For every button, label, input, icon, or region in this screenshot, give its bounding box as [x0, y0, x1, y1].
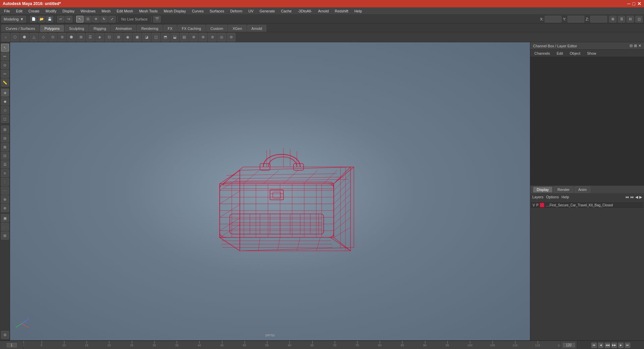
snap-btn-1[interactable]: ⊞ — [1, 126, 9, 134]
icon-btn-3[interactable]: ⊟ — [627, 16, 634, 22]
play-fwd-btn[interactable]: ▶▶ — [611, 343, 617, 348]
workspace-dropdown[interactable]: Modeling ▼ — [1, 16, 26, 22]
shelf-btn-20[interactable]: ⊗ — [189, 33, 198, 42]
shelf-btn-5[interactable]: ⊙ — [48, 33, 57, 42]
mode-btn-1[interactable]: ◈ — [1, 89, 9, 97]
anim-tab[interactable]: Anim — [575, 187, 590, 193]
channel-tab-object[interactable]: Object — [568, 51, 582, 56]
tab-curves---surfaces[interactable]: Curves / Surfaces — [1, 25, 39, 32]
go-end-btn[interactable]: ⏭ — [625, 343, 630, 348]
menu-item-help[interactable]: Help — [352, 8, 365, 14]
menu-item-mesh-tools[interactable]: Mesh Tools — [137, 8, 160, 14]
help-label[interactable]: Help — [561, 195, 569, 199]
tab-xgen[interactable]: XGen — [228, 25, 246, 32]
menu-item-edit[interactable]: Edit — [13, 8, 25, 14]
shelf-btn-3[interactable]: △ — [30, 33, 38, 42]
shelf-btn-7[interactable]: ⬟ — [67, 33, 76, 42]
shelf-btn-21[interactable]: ⊕ — [199, 33, 207, 42]
layer-icon-1[interactable]: ⏮ — [625, 195, 629, 199]
channel-tab-channels[interactable]: Channels — [533, 51, 551, 56]
snap-btn-10[interactable]: ⊗ — [1, 204, 9, 212]
measure-tool[interactable]: 📏 — [1, 79, 9, 87]
close-button[interactable]: ✕ — [637, 1, 641, 6]
shelf-btn-13[interactable]: ◉ — [123, 33, 132, 42]
menu-item-surfaces[interactable]: Surfaces — [207, 8, 227, 14]
select-tool-btn[interactable]: ↖ — [76, 16, 84, 22]
save-file-btn[interactable]: 💾 — [46, 16, 53, 22]
maximize-button[interactable]: □ — [633, 1, 635, 6]
menu-item-display[interactable]: Display — [60, 8, 77, 14]
layer-icon-4[interactable]: ▶ — [639, 195, 642, 199]
channel-tab-edit[interactable]: Edit — [555, 51, 564, 56]
tab-sculpting[interactable]: Sculpting — [65, 25, 89, 32]
menu-item-mesh[interactable]: Mesh — [99, 8, 113, 14]
open-file-btn[interactable]: 📂 — [38, 16, 45, 22]
tab-animation[interactable]: Animation — [111, 25, 136, 32]
shelf-btn-12[interactable]: ⊠ — [114, 33, 123, 42]
icon-btn-4[interactable]: ◫ — [635, 16, 643, 22]
options-label[interactable]: Options — [546, 195, 559, 199]
display-tab[interactable]: Display — [533, 187, 552, 193]
z-coord[interactable] — [590, 16, 607, 22]
menu-item-windows[interactable]: Windows — [78, 8, 98, 14]
timeline-end-input[interactable] — [563, 343, 575, 347]
settings-btn[interactable]: ⚙ — [1, 331, 9, 339]
lasso-select-btn[interactable]: ⊡ — [84, 16, 92, 22]
snap-btn-9[interactable]: ⊕ — [1, 195, 9, 203]
snap-btn-3[interactable]: ⊠ — [1, 143, 9, 151]
rotate-tool-btn[interactable]: ↻ — [100, 16, 108, 22]
snap-btn-7[interactable]: ⋮ — [1, 178, 9, 186]
shelf-btn-9[interactable]: ☰ — [86, 33, 95, 42]
shelf-btn-24[interactable]: ⊜ — [227, 33, 235, 42]
timeline-ruler[interactable]: 1510152025303540455055606570758085909510… — [23, 341, 560, 349]
menu-item-mesh-display[interactable]: Mesh Display — [161, 8, 189, 14]
shelf-btn-16[interactable]: ◫ — [152, 33, 160, 42]
scale-tool-btn[interactable]: ⤢ — [108, 16, 116, 22]
timeline[interactable]: 1510152025303540455055606570758085909510… — [0, 341, 644, 349]
channel-tab-show[interactable]: Show — [586, 51, 598, 56]
render-tab[interactable]: Render — [554, 187, 573, 193]
panel-btn-2[interactable]: ⊞ — [634, 44, 637, 48]
layout-btn[interactable]: ⊞ — [1, 232, 9, 240]
menu-item-uv[interactable]: UV — [246, 8, 256, 14]
mode-btn-2[interactable]: ◆ — [1, 97, 9, 105]
shelf-btn-14[interactable]: ▣ — [133, 33, 142, 42]
menu-item-edit-mesh[interactable]: Edit Mesh — [114, 8, 136, 14]
menu-item-create[interactable]: Create — [26, 8, 42, 14]
shelf-btn-0[interactable]: ○ — [1, 33, 10, 42]
menu-item-generate[interactable]: Generate — [257, 8, 278, 14]
snap-btn-4[interactable]: ⊡ — [1, 152, 9, 160]
layer-icon-2[interactable]: ⏭ — [630, 195, 634, 199]
next-frame-btn[interactable]: ▶ — [618, 343, 624, 348]
mode-btn-4[interactable]: ◻ — [1, 115, 9, 123]
icon-btn-1[interactable]: ⊞ — [609, 16, 616, 22]
camera-btn[interactable]: 🎥 — [1, 223, 9, 231]
shelf-btn-10[interactable]: ◈ — [95, 33, 104, 42]
menu-item-cache[interactable]: Cache — [278, 8, 294, 14]
cut-tool[interactable]: ✂ — [1, 70, 9, 78]
menu-item-curves[interactable]: Curves — [189, 8, 206, 14]
shelf-btn-6[interactable]: ⊚ — [58, 33, 66, 42]
tab-fx-caching[interactable]: FX Caching — [177, 25, 205, 32]
viewport-3d[interactable]: ViewShadingLightingShowRendererPanels Of… — [10, 42, 530, 340]
move-tool-btn[interactable]: ✛ — [92, 16, 100, 22]
sculpt-tool[interactable]: ⊙ — [1, 61, 9, 69]
prev-frame-btn[interactable]: ◀ — [598, 343, 603, 348]
shelf-btn-19[interactable]: ▤ — [180, 33, 189, 42]
y-coord[interactable] — [568, 16, 584, 22]
menu-item-redshift[interactable]: Redshift — [332, 8, 351, 14]
menu-item-deform[interactable]: Deform — [227, 8, 245, 14]
shelf-btn-15[interactable]: ◪ — [142, 33, 151, 42]
layer-playback[interactable]: P — [536, 203, 539, 207]
x-coord[interactable] — [545, 16, 561, 22]
snap-btn-2[interactable]: ⊟ — [1, 134, 9, 142]
undo-btn[interactable]: ↩ — [57, 16, 64, 22]
mode-btn-3[interactable]: ◇ — [1, 106, 9, 114]
panel-close[interactable]: ✕ — [638, 44, 641, 48]
snap-btn-6[interactable]: ≡ — [1, 169, 9, 177]
play-back-btn[interactable]: ◀◀ — [605, 343, 610, 348]
shelf-btn-4[interactable]: ◇ — [39, 33, 48, 42]
panel-btn-1[interactable]: ⊟ — [630, 44, 633, 48]
new-file-btn[interactable]: 📄 — [30, 16, 37, 22]
tab-arnold[interactable]: Arnold — [247, 25, 267, 32]
